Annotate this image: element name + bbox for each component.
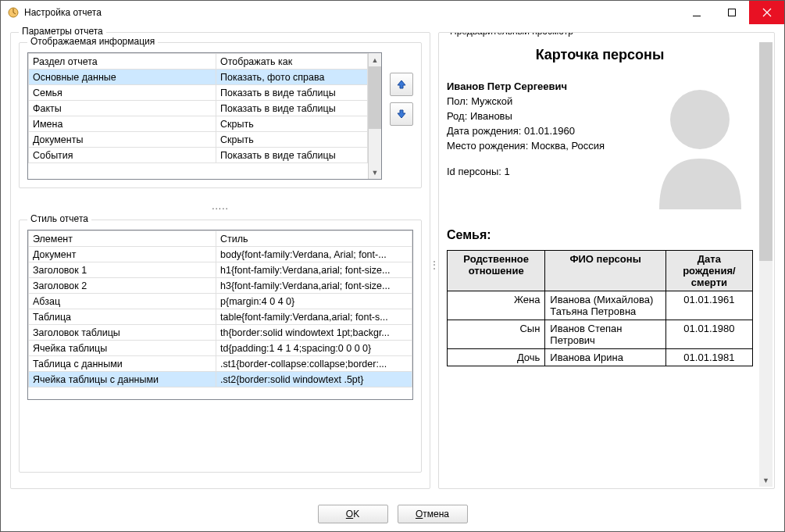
table-row[interactable]: Основные данныеПоказать, фото справа	[29, 70, 368, 85]
table-row[interactable]: Абзацp{margin:4 0 4 0}	[29, 294, 412, 309]
scroll-up-icon[interactable]: ▲	[369, 53, 381, 66]
date-cell: 01.01.1980	[665, 320, 752, 349]
scroll-thumb[interactable]	[369, 66, 381, 129]
table-cell[interactable]: h3{font-family:Verdana,arial; font-size.…	[216, 278, 412, 294]
relation-cell: Дочь	[448, 349, 545, 366]
table-cell[interactable]: Ячейка таблицы с данными	[29, 372, 216, 387]
info-table-scrollbar[interactable]: ▲ ▼	[368, 53, 381, 179]
column-header[interactable]: Отображать как	[216, 54, 368, 70]
table-cell[interactable]: Заголовок таблицы	[29, 325, 216, 341]
table-row[interactable]: Ячейка таблицыtd{padding:1 4 1 4;spacing…	[29, 341, 412, 356]
table-cell[interactable]: h1{font-family:Verdana,arial; font-size.…	[216, 262, 412, 278]
table-cell[interactable]: .st1{border-collapse:collapse;border:...	[216, 356, 412, 372]
table-cell[interactable]: Семья	[29, 85, 216, 101]
vertical-splitter[interactable]: ⋮	[430, 32, 438, 497]
table-row[interactable]: ФактыПоказать в виде таблицы	[29, 101, 368, 116]
content-area: Параметры отчета Отображаемая информация…	[1, 24, 784, 497]
clan-value: Ивановы	[470, 110, 512, 122]
relation-cell: Сын	[448, 320, 545, 349]
table-row[interactable]: Таблица с данными.st1{border-collapse:co…	[29, 356, 412, 372]
table-cell[interactable]: Скрыть	[216, 132, 368, 148]
table-row[interactable]: СемьяПоказать в виде таблицы	[29, 85, 368, 101]
table-cell[interactable]: Показать в виде таблицы	[216, 85, 368, 101]
sex-label: Пол:	[447, 95, 469, 107]
preview-scroll-thumb[interactable]	[759, 42, 773, 261]
ok-button[interactable]: OK	[318, 505, 388, 523]
table-row[interactable]: Документbody{font-family:Verdana, Arial;…	[29, 247, 412, 262]
table-cell[interactable]: p{margin:4 0 4 0}	[216, 294, 412, 309]
table-row[interactable]: Таблицаtable{font-family:Verdana,arial; …	[29, 309, 412, 325]
close-button[interactable]	[749, 1, 784, 24]
table-cell[interactable]: Таблица	[29, 309, 216, 325]
table-row[interactable]: ДокументыСкрыть	[29, 132, 368, 148]
family-row: СынИванов Степан Петрович01.01.1980	[448, 320, 753, 349]
birth-value: 01.01.1960	[524, 125, 575, 137]
table-cell[interactable]: td{padding:1 4 1 4;spacing:0 0 0 0}	[216, 341, 412, 356]
move-down-button[interactable]	[390, 102, 413, 126]
table-row[interactable]: Ячейка таблицы с данными.st2{border:soli…	[29, 372, 412, 387]
column-header[interactable]: Элемент	[29, 231, 216, 247]
scroll-down-icon[interactable]: ▼	[369, 166, 381, 179]
table-cell[interactable]: Заголовок 2	[29, 278, 216, 294]
table-cell[interactable]: Факты	[29, 101, 216, 116]
move-up-button[interactable]	[390, 73, 413, 96]
report-settings-window: Настройка отчета Параметры отчета Отобра…	[0, 0, 785, 532]
svg-point-1	[670, 90, 730, 149]
sex-value: Мужской	[471, 95, 512, 107]
preview-groupbox: Предварительный просмотр Карточка персон…	[438, 32, 775, 489]
right-column: Предварительный просмотр Карточка персон…	[438, 32, 775, 497]
window-controls	[679, 1, 784, 24]
parameters-groupbox: Параметры отчета Отображаемая информация…	[10, 32, 430, 489]
table-cell[interactable]: Показать в виде таблицы	[216, 148, 368, 163]
table-cell[interactable]: Показать, фото справа	[216, 70, 368, 85]
table-cell[interactable]: Основные данные	[29, 70, 216, 85]
style-groupbox: Стиль отчета ЭлементСтильДокументbody{fo…	[19, 220, 422, 473]
clan-label: Род:	[447, 110, 467, 122]
info-groupbox: Отображаемая информация Раздел отчетаОто…	[19, 42, 422, 188]
info-legend: Отображаемая информация	[27, 36, 158, 47]
table-row[interactable]: ИменаСкрыть	[29, 116, 368, 132]
table-row[interactable]: Заголовок 1h1{font-family:Verdana,arial;…	[29, 262, 412, 278]
id-label: Id персоны:	[447, 166, 501, 177]
relation-cell: Жена	[448, 291, 545, 320]
table-cell[interactable]: Показать в виде таблицы	[216, 101, 368, 116]
left-column: Параметры отчета Отображаемая информация…	[10, 32, 430, 497]
family-column-header: Родственное отношение	[448, 251, 545, 291]
family-row: ЖенаИванова (Михайлова) Татьяна Петровна…	[448, 291, 753, 320]
minimize-button[interactable]	[679, 1, 714, 24]
place-label: Место рождения:	[447, 140, 528, 152]
table-cell[interactable]: table{font-family:Verdana,arial; font-s.…	[216, 309, 412, 325]
table-cell[interactable]: Заголовок 1	[29, 262, 216, 278]
maximize-button[interactable]	[714, 1, 749, 24]
avatar-placeholder-icon	[648, 80, 753, 209]
family-row: ДочьИванова Ирина01.01.1981	[448, 349, 753, 366]
table-cell[interactable]: Документы	[29, 132, 216, 148]
person-name: Иванов Петр Сергеевич	[447, 80, 567, 92]
app-icon	[7, 6, 20, 19]
table-cell[interactable]: body{font-family:Verdana, Arial; font-..…	[216, 247, 412, 262]
table-cell[interactable]: Скрыть	[216, 116, 368, 132]
column-header[interactable]: Раздел отчета	[29, 54, 216, 70]
family-column-header: Дата рождения/смерти	[665, 251, 752, 291]
column-header[interactable]: Стиль	[216, 231, 412, 247]
style-table[interactable]: ЭлементСтильДокументbody{font-family:Ver…	[27, 230, 413, 400]
table-cell[interactable]: Таблица с данными	[29, 356, 216, 372]
table-row[interactable]: Заголовок таблицыth{border:solid windowt…	[29, 325, 412, 341]
table-cell[interactable]: Документ	[29, 247, 216, 262]
table-cell[interactable]: События	[29, 148, 216, 163]
preview-scrollbar[interactable]: ▼	[759, 42, 773, 487]
table-row[interactable]: СобытияПоказать в виде таблицы	[29, 148, 368, 163]
cancel-button[interactable]: Отмена	[398, 505, 468, 523]
table-cell[interactable]: .st2{border:solid windowtext .5pt}	[216, 372, 412, 387]
family-table: Родственное отношениеФИО персоныДата рож…	[447, 250, 753, 366]
dialog-buttons: OK Отмена	[1, 497, 784, 531]
table-cell[interactable]: Ячейка таблицы	[29, 341, 216, 356]
table-cell[interactable]: Имена	[29, 116, 216, 132]
info-table[interactable]: Раздел отчетаОтображать какОсновные данн…	[27, 52, 382, 180]
table-row[interactable]: Заголовок 2h3{font-family:Verdana,arial;…	[29, 278, 412, 294]
place-value: Москва, Россия	[531, 140, 605, 152]
table-cell[interactable]: Абзац	[29, 294, 216, 309]
date-cell: 01.01.1981	[665, 349, 752, 366]
scroll-down-icon[interactable]: ▼	[759, 473, 773, 487]
table-cell[interactable]: th{border:solid windowtext 1pt;backgr...	[216, 325, 412, 341]
